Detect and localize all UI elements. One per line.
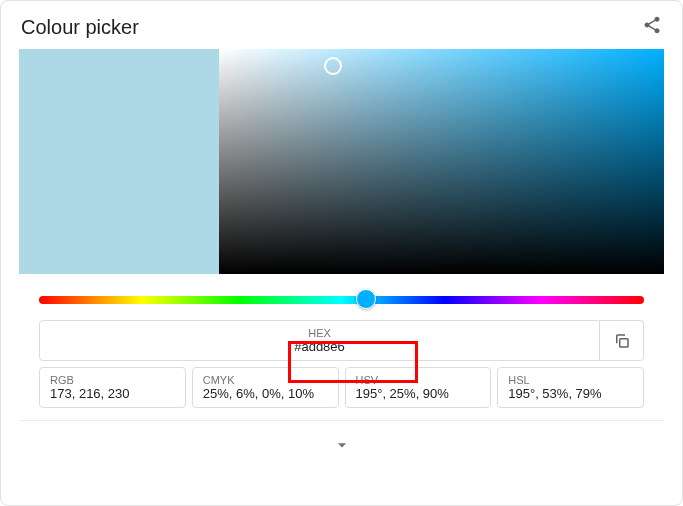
- hsl-value: 195°, 53%, 79%: [508, 386, 633, 401]
- copy-icon: [613, 332, 631, 350]
- hsv-box[interactable]: HSV 195°, 25%, 90%: [345, 367, 492, 408]
- hex-label: HEX: [40, 327, 599, 339]
- hex-box[interactable]: HEX #add8e6: [39, 320, 600, 361]
- hex-row: HEX #add8e6: [1, 320, 682, 361]
- hue-slider-row: [1, 274, 682, 320]
- sv-cursor[interactable]: [324, 57, 342, 75]
- rgb-label: RGB: [50, 374, 175, 386]
- hsl-label: HSL: [508, 374, 633, 386]
- share-icon: [642, 15, 662, 35]
- rgb-box[interactable]: RGB 173, 216, 230: [39, 367, 186, 408]
- hsv-value: 195°, 25%, 90%: [356, 386, 481, 401]
- hsv-label: HSV: [356, 374, 481, 386]
- picker-area: [19, 49, 664, 274]
- hex-value: #add8e6: [40, 339, 599, 354]
- hsl-box[interactable]: HSL 195°, 53%, 79%: [497, 367, 644, 408]
- share-button[interactable]: [642, 15, 662, 39]
- colour-picker-card: Colour picker HEX #add8e6 RGB 173, 216, …: [0, 0, 683, 506]
- svg-rect-0: [619, 338, 627, 346]
- formats-row: RGB 173, 216, 230 CMYK 25%, 6%, 0%, 10% …: [1, 361, 682, 408]
- chevron-down-icon: [332, 435, 352, 455]
- cmyk-value: 25%, 6%, 0%, 10%: [203, 386, 328, 401]
- saturation-value-field[interactable]: [219, 49, 664, 274]
- page-title: Colour picker: [21, 16, 139, 39]
- cmyk-label: CMYK: [203, 374, 328, 386]
- colour-swatch: [19, 49, 219, 274]
- expand-button[interactable]: [19, 420, 664, 459]
- header: Colour picker: [1, 1, 682, 49]
- cmyk-box[interactable]: CMYK 25%, 6%, 0%, 10%: [192, 367, 339, 408]
- copy-button[interactable]: [600, 320, 644, 361]
- hue-slider-thumb[interactable]: [356, 289, 376, 309]
- hue-slider[interactable]: [39, 296, 644, 304]
- rgb-value: 173, 216, 230: [50, 386, 175, 401]
